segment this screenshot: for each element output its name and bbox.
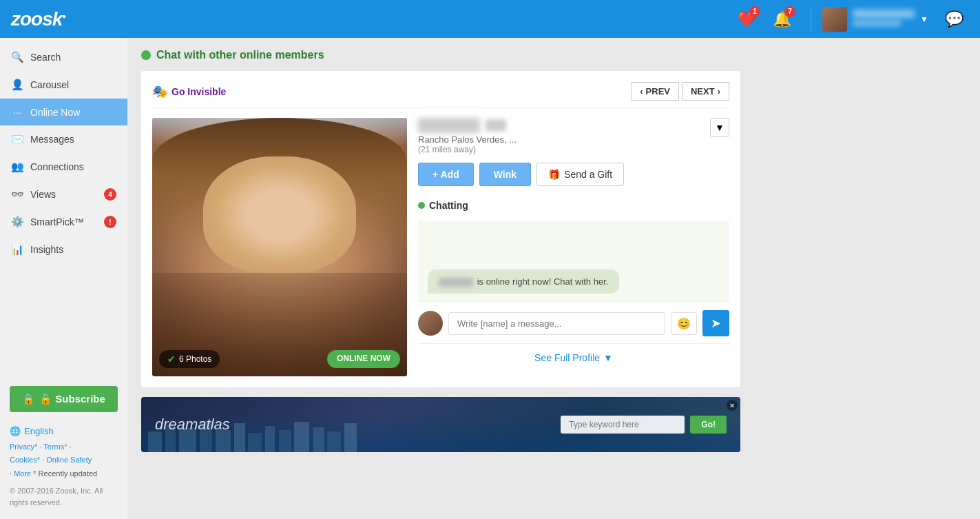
sidebar-item-online-now[interactable]: ··· Online Now [0, 99, 127, 125]
profile-card: 🎭 Go Invisible ‹ PREV NEXT › [141, 71, 740, 387]
notifications-badge: 1 [749, 6, 760, 17]
wink-label: Wink [494, 169, 517, 180]
terms-link[interactable]: Terms* [43, 442, 67, 451]
sidebar-label-search: Search [30, 52, 61, 63]
privacy-link[interactable]: Privacy* [10, 442, 37, 451]
online-now-icon: ··· [11, 106, 23, 118]
user-name [853, 10, 915, 20]
msg-avatar-inner [418, 311, 443, 336]
card-header: 🎭 Go Invisible ‹ PREV NEXT › [152, 82, 729, 108]
header-icons: ❤️ 1 🔔 7 [732, 8, 797, 31]
dropdown-arrow-icon[interactable]: ▼ [920, 14, 928, 24]
profile-info-col: Rancho Palos Verdes, ... (21 miles away)… [418, 118, 729, 376]
subscribe-label: 🔒 Subscribe [39, 393, 105, 405]
profile-location: Rancho Palos Verdes, ... [418, 134, 517, 145]
subscribe-button[interactable]: 🔒 🔒 Subscribe [10, 386, 118, 412]
prev-button[interactable]: ‹ PREV [631, 82, 679, 101]
profile-name-row: Rancho Palos Verdes, ... (21 miles away)… [418, 118, 729, 154]
prev-chevron-icon: ‹ [640, 86, 643, 96]
message-input[interactable] [448, 312, 665, 335]
go-invisible-button[interactable]: 🎭 Go Invisible [152, 84, 226, 99]
connections-icon: 👥 [11, 161, 23, 173]
message-input-row: 😊 ➤ [418, 310, 729, 336]
blurred-username [439, 278, 473, 287]
recently-updated-text: * Recently updated [33, 469, 97, 478]
profile-name [418, 118, 517, 133]
copyright-text: © 2007-2016 Zoosk, Inc. All rights reser… [10, 485, 118, 508]
profile-photo[interactable]: ✔ 6 Photos ONLINE NOW [152, 118, 407, 376]
chat-icon: 💬 [945, 10, 963, 28]
see-full-profile-label: See Full Profile [534, 352, 600, 363]
photos-count-label: 6 Photos [179, 354, 211, 364]
online-dot-icon [141, 50, 151, 60]
online-safety-link[interactable]: Online Safety [46, 456, 92, 464]
see-full-profile-link[interactable]: See Full Profile ▼ [534, 352, 613, 363]
msg-avatar [418, 311, 443, 336]
sidebar-label-online-now: Online Now [30, 107, 80, 118]
emoji-button[interactable]: 😊 [671, 312, 697, 335]
ad-go-button[interactable]: Go! [690, 416, 727, 434]
svg-rect-7 [265, 426, 275, 452]
sidebar-label-connections: Connections [30, 161, 84, 172]
svg-rect-0 [148, 431, 162, 452]
lock-icon: 🔒 [22, 393, 35, 405]
chatting-bar: Chatting [418, 196, 729, 215]
sidebar-links: Privacy* · Terms* · Cookies* · Online Sa… [10, 440, 118, 481]
sidebar-item-messages[interactable]: ✉️ Messages [0, 125, 127, 153]
sidebar-item-carousel[interactable]: 👤 Carousel [0, 71, 127, 99]
svg-rect-8 [279, 430, 291, 452]
cookies-link[interactable]: Cookies* [10, 456, 40, 464]
ad-close-button[interactable]: ✕ [727, 400, 738, 411]
send-gift-button[interactable]: 🎁 Send a Gift [536, 163, 624, 186]
notifications-button[interactable]: ❤️ 1 [732, 8, 762, 31]
user-info [853, 10, 915, 28]
matches-button[interactable]: 🔔 7 [767, 8, 797, 31]
svg-rect-5 [234, 423, 245, 452]
chat-message-text: is online right now! Chat with her. [477, 276, 609, 287]
mask-icon: 🎭 [152, 84, 167, 99]
ad-banner: dreamatlas Go! ✕ [141, 397, 740, 452]
profile-age [486, 119, 506, 132]
messages-button[interactable]: 💬 [939, 8, 969, 31]
views-badge: 4 [104, 188, 116, 201]
chat-bubble: is online right now! Chat with her. [428, 269, 619, 294]
send-button[interactable]: ➤ [702, 310, 729, 336]
profile-name-block: Rancho Palos Verdes, ... (21 miles away) [418, 118, 517, 154]
photos-count-badge[interactable]: ✔ 6 Photos [159, 350, 220, 368]
add-button[interactable]: + Add [418, 163, 474, 186]
smartpick-icon: ⚙️ [11, 216, 23, 228]
profile-photo-col: ✔ 6 Photos ONLINE NOW [152, 118, 407, 376]
chevron-down-icon: ▼ [603, 352, 613, 363]
online-now-badge: ONLINE NOW [327, 350, 400, 368]
sidebar-nav: 🔍 Search 👤 Carousel ··· Online Now ✉️ Me… [0, 43, 127, 378]
ad-search-input[interactable] [561, 416, 685, 434]
go-invisible-label: Go Invisible [171, 86, 226, 97]
header-user: ▼ [811, 7, 928, 32]
close-icon: ✕ [729, 402, 735, 409]
sidebar-footer: 🌐 English Privacy* · Terms* · Cookies* ·… [0, 420, 127, 513]
more-link[interactable]: More [14, 469, 31, 478]
language-selector[interactable]: 🌐 English [10, 426, 118, 436]
profile-body: ✔ 6 Photos ONLINE NOW [152, 118, 729, 376]
expand-button[interactable]: ▼ [710, 118, 729, 137]
views-icon: 👓 [11, 188, 23, 201]
search-icon: 🔍 [11, 51, 23, 63]
sidebar-item-smartpick[interactable]: ⚙️ SmartPick™ ! [0, 208, 127, 236]
next-button[interactable]: NEXT › [682, 82, 729, 101]
header: zoosk● ❤️ 1 🔔 7 ▼ 💬 [0, 0, 980, 38]
wink-button[interactable]: Wink [479, 163, 531, 186]
next-chevron-icon: › [718, 86, 720, 96]
sidebar-item-connections[interactable]: 👥 Connections [0, 153, 127, 181]
sidebar-label-insights: Insights [30, 244, 63, 255]
banner-text: Chat with other online members [156, 49, 324, 61]
smartpick-badge: ! [104, 216, 116, 228]
insights-icon: 📊 [11, 243, 23, 256]
blurred-name [418, 118, 480, 133]
sidebar-item-insights[interactable]: 📊 Insights [0, 236, 127, 263]
ad-logo-label: dreamatlas [155, 416, 230, 433]
face-area [203, 156, 356, 273]
sidebar-label-views: Views [30, 189, 56, 200]
sidebar-item-views[interactable]: 👓 Views 4 [0, 181, 127, 208]
logo-text: zoosk [11, 8, 62, 30]
sidebar-item-search[interactable]: 🔍 Search [0, 43, 127, 71]
